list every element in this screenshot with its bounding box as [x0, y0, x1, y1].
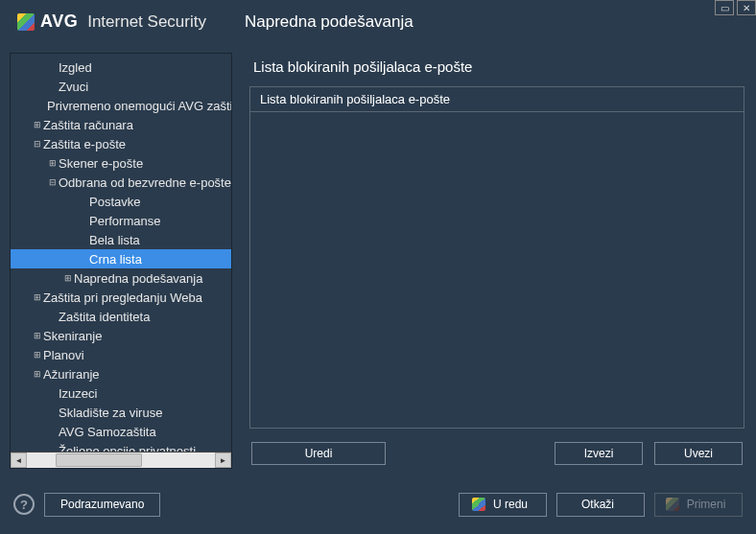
apply-button[interactable]: Primeni [654, 493, 743, 517]
tree-item-label: Odbrana od bezvredne e-pošte [59, 175, 231, 190]
tree-item-label: Izgled [59, 60, 92, 75]
tree-expander-icon[interactable]: ⊞ [32, 331, 43, 340]
tree-item-label: Skeniranje [43, 329, 102, 343]
tree-item-label: Ažuriranje [43, 367, 100, 382]
tree-item-samozastita[interactable]: AVG Samozaštita [11, 422, 231, 441]
import-button[interactable]: Uvezi [654, 442, 743, 465]
tree-item-zastita-racunara[interactable]: ⊞Zaštita računara [11, 115, 231, 134]
close-button[interactable]: ✕ [737, 0, 756, 15]
tree-item-privremeno[interactable]: Privremeno onemogući AVG zaštitu [11, 96, 231, 115]
tree-item-zastita-eposte[interactable]: ⊟Zaštita e-pošte [11, 134, 231, 153]
tree-item-zeljene[interactable]: Željene opcije privatnosti [11, 441, 231, 452]
tree-item-zvuci[interactable]: Zvuci [11, 77, 231, 96]
defaults-button[interactable]: Podrazumevano [44, 493, 160, 517]
settings-tree[interactable]: IzgledZvuciPrivremeno onemogući AVG zašt… [11, 54, 231, 452]
tree-item-label: Crna lista [89, 252, 142, 267]
brand-text: AVG [40, 12, 78, 32]
apply-label: Primeni [687, 498, 726, 511]
window-title: Napredna podešavanja [245, 12, 413, 32]
tree-item-azuriranje[interactable]: ⊞Ažuriranje [11, 364, 231, 383]
tree-item-label: Zaštita računara [43, 118, 133, 132]
tree-item-izgled[interactable]: Izgled [11, 58, 231, 77]
tree-item-bela-lista[interactable]: Bela lista [11, 230, 231, 249]
tree-expander-icon[interactable]: ⊟ [32, 139, 43, 149]
tree-item-skladiste[interactable]: Skladište za viruse [11, 403, 231, 422]
blocked-senders-list[interactable]: Lista blokiranih pošiljalaca e-pošte [249, 86, 744, 429]
title-bar: AVG Internet Security Napredna podešavan… [0, 0, 756, 43]
tree-item-label: Performanse [89, 214, 160, 228]
tree-expander-icon[interactable]: ⊞ [32, 350, 43, 360]
avg-shield-icon [17, 13, 35, 31]
scroll-track[interactable] [27, 453, 215, 468]
tree-item-izuzeci[interactable]: Izuzeci [11, 383, 231, 403]
tree-item-label: Napredna podešavanja [74, 271, 202, 286]
tree-item-label: Skladište za viruse [59, 406, 162, 420]
tree-item-label: AVG Samozaštita [59, 425, 156, 439]
footer: ? Podrazumevano U redu Otkaži Primeni [0, 478, 756, 530]
content-panel: Lista blokiranih pošiljalaca e-pošte Lis… [249, 53, 744, 469]
tree-item-label: Bela lista [89, 233, 140, 247]
scroll-right-button[interactable]: ► [215, 453, 231, 468]
list-column-header: Lista blokiranih pošiljalaca e-pošte [250, 87, 744, 112]
help-icon[interactable]: ? [13, 494, 35, 515]
tree-item-postavke[interactable]: Postavke [11, 192, 231, 211]
tree-expander-icon[interactable]: ⊞ [32, 292, 43, 302]
content-button-row: Uredi Izvezi Uvezi [249, 442, 744, 469]
tree-item-label: Izuzeci [59, 386, 97, 401]
app-logo: AVG Internet Security [17, 12, 206, 32]
ok-button[interactable]: U redu [459, 493, 547, 517]
tree-item-napredna-sub[interactable]: ⊞Napredna podešavanja [11, 268, 231, 288]
tree-item-label: Skener e-pošte [59, 156, 143, 171]
tree-item-label: Željene opcije privatnosti [59, 444, 196, 453]
tree-item-skeniranje[interactable]: ⊞Skeniranje [11, 326, 231, 345]
tree-item-planovi[interactable]: ⊞Planovi [11, 345, 231, 364]
minimize-button[interactable]: ▭ [715, 0, 734, 15]
tree-item-label: Privremeno onemogući AVG zaštitu [47, 99, 231, 113]
tree-expander-icon[interactable]: ⊞ [32, 369, 43, 379]
scroll-left-button[interactable]: ◄ [11, 453, 27, 468]
main-area: IzgledZvuciPrivremeno onemogući AVG zašt… [0, 43, 756, 473]
tree-item-skener-eposte[interactable]: ⊞Skener e-pošte [11, 153, 231, 173]
shield-icon [472, 498, 485, 511]
tree-item-label: Zaštita identiteta [59, 310, 150, 324]
sidebar: IzgledZvuciPrivremeno onemogući AVG zašt… [10, 53, 232, 469]
tree-expander-icon[interactable]: ⊟ [47, 177, 59, 187]
tree-item-zastita-web[interactable]: ⊞Zaštita pri pregledanju Weba [11, 288, 231, 307]
tree-item-performanse[interactable]: Performanse [11, 211, 231, 230]
tree-expander-icon[interactable]: ⊞ [47, 158, 59, 168]
tree-item-label: Planovi [43, 348, 84, 362]
tree-item-odbrana[interactable]: ⊟Odbrana od bezvredne e-pošte [11, 173, 231, 192]
tree-item-zastita-identiteta[interactable]: Zaštita identiteta [11, 307, 231, 326]
export-button[interactable]: Izvezi [555, 442, 643, 465]
shield-icon [666, 498, 679, 511]
tree-item-label: Zaštita e-pošte [43, 137, 126, 151]
brand-suffix: Internet Security [87, 12, 206, 32]
edit-button[interactable]: Uredi [251, 442, 386, 465]
cancel-label: Otkaži [581, 498, 614, 511]
cancel-button[interactable]: Otkaži [556, 493, 645, 517]
tree-expander-icon[interactable]: ⊞ [32, 120, 43, 129]
tree-item-label: Zaštita pri pregledanju Weba [43, 290, 202, 305]
ok-label: U redu [493, 498, 528, 511]
scroll-thumb[interactable] [56, 453, 142, 467]
window-controls: ▭ ✕ [715, 0, 756, 15]
sidebar-hscrollbar[interactable]: ◄ ► [11, 452, 231, 468]
tree-item-label: Zvuci [59, 80, 88, 94]
tree-item-crna-lista[interactable]: Crna lista [11, 249, 231, 268]
tree-item-label: Postavke [89, 195, 140, 209]
content-heading: Lista blokiranih pošiljalaca e-pošte [249, 53, 744, 86]
tree-expander-icon[interactable]: ⊞ [62, 273, 74, 283]
